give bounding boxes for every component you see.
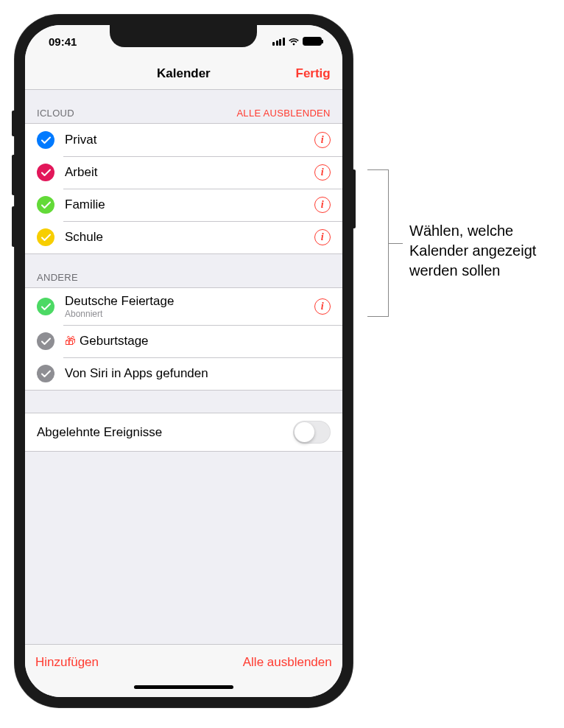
declined-events-row: Abgelehnte Ereignisse	[25, 413, 342, 452]
calendar-row-familie[interactable]: Familie i	[25, 189, 342, 221]
gift-icon: 🎁︎	[65, 335, 76, 347]
check-icon	[37, 228, 54, 246]
nav-bar: Kalender Fertig	[25, 57, 342, 90]
status-time: 09:41	[49, 35, 77, 48]
check-icon	[37, 365, 54, 382]
annotation-text: Wählen, welche Kalender angezeigt werden…	[409, 221, 549, 281]
calendar-label: Von Siri in Apps gefunden	[65, 366, 331, 381]
check-icon	[37, 164, 54, 181]
check-icon	[37, 196, 54, 214]
content-scroll[interactable]: ICLOUD ALLE AUSBLENDEN Privat i Arbeit i…	[25, 90, 342, 644]
calendar-row-geburtstage[interactable]: 🎁︎Geburtstage	[25, 325, 342, 357]
signal-icon	[272, 38, 285, 46]
section-header-icloud: ICLOUD ALLE AUSBLENDEN	[25, 90, 342, 123]
annotation-callout: Wählen, welche Kalender angezeigt werden…	[367, 192, 549, 317]
info-button[interactable]: i	[314, 229, 331, 245]
done-button[interactable]: Fertig	[296, 66, 331, 81]
bottom-toolbar: Hinzufügen Alle ausblenden	[25, 644, 342, 679]
notch	[110, 25, 257, 47]
section-title: ICLOUD	[37, 108, 74, 119]
phone-frame: 09:41 Kalender Fertig ICLOUD ALLE AUSBLE…	[15, 15, 353, 707]
calendar-label: Schule	[65, 230, 314, 245]
declined-events-toggle[interactable]	[293, 421, 331, 444]
info-button[interactable]: i	[314, 132, 331, 148]
check-icon	[37, 298, 54, 315]
calendar-row-siri[interactable]: Von Siri in Apps gefunden	[25, 357, 342, 390]
declined-events-label: Abgelehnte Ereignisse	[37, 425, 162, 440]
calendar-label: 🎁︎Geburtstage	[65, 334, 331, 349]
calendar-label: Deutsche Feiertage	[65, 294, 314, 309]
wifi-icon	[288, 37, 300, 46]
section-title: ANDERE	[37, 272, 78, 283]
calendar-sublabel: Abonniert	[65, 309, 314, 319]
calendar-row-arbeit[interactable]: Arbeit i	[25, 156, 342, 189]
battery-icon	[303, 37, 322, 46]
info-button[interactable]: i	[314, 197, 331, 213]
calendar-row-schule[interactable]: Schule i	[25, 221, 342, 253]
home-indicator[interactable]	[25, 679, 342, 697]
calendar-row-privat[interactable]: Privat i	[25, 124, 342, 156]
check-icon	[37, 131, 54, 149]
check-icon	[37, 332, 54, 350]
info-button[interactable]: i	[314, 164, 331, 181]
add-calendar-button[interactable]: Hinzufügen	[35, 655, 99, 670]
calendar-label: Privat	[65, 133, 314, 147]
hide-all-icloud-button[interactable]: ALLE AUSBLENDEN	[236, 108, 330, 119]
hide-all-button[interactable]: Alle ausblenden	[243, 655, 332, 670]
calendar-label: Familie	[65, 197, 314, 212]
calendar-row-feiertage[interactable]: Deutsche Feiertage Abonniert i	[25, 288, 342, 325]
section-header-other: ANDERE	[25, 254, 342, 287]
calendar-label: Arbeit	[65, 165, 314, 180]
info-button[interactable]: i	[314, 298, 331, 315]
nav-title: Kalender	[157, 66, 211, 81]
